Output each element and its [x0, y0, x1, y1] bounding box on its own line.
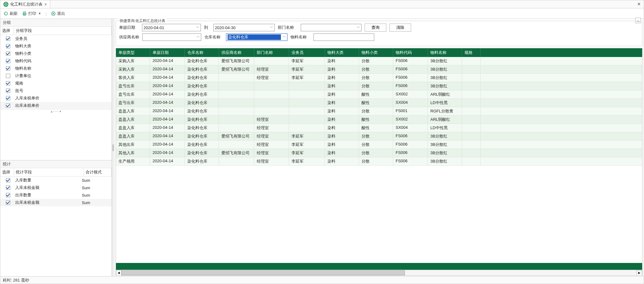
checkbox[interactable] [6, 81, 10, 85]
table-column-header[interactable]: 单据日期 [150, 48, 185, 57]
table-column-header[interactable]: 物料名称 [428, 48, 462, 57]
checkbox[interactable] [6, 103, 10, 108]
dept-select[interactable]: ﹀ [301, 24, 362, 31]
checkbox[interactable] [6, 193, 10, 197]
horizontal-splitter[interactable]: ▴ ┈┈┈ ▾ [0, 109, 112, 113]
table-row[interactable]: 盘盈入库2020-04-14染化料仓库爱招飞有限公司经理室李延军染料分散FS00… [116, 132, 642, 141]
checkbox[interactable] [6, 51, 10, 56]
checkbox[interactable] [6, 74, 10, 78]
table-cell [462, 149, 481, 157]
table-cell: 2020-04-14 [150, 107, 185, 115]
tab-close-icon[interactable]: × [44, 2, 47, 7]
checkbox[interactable] [6, 37, 10, 41]
table-cell [462, 82, 481, 90]
clear-button[interactable]: 清除 [389, 24, 411, 32]
table-column-header[interactable]: 单据类型 [116, 48, 150, 57]
table-row[interactable]: 客供入库2020-04-14染化料仓库经理室李延军染料分散FS0063B分散红 [116, 74, 642, 82]
group-field-row[interactable]: 批号 [0, 87, 112, 94]
table-row[interactable]: 采购入库2020-04-14染化料仓库爱招飞有限公司经理室李延军染料分散FS00… [116, 65, 642, 74]
table-cell: 染料 [325, 90, 359, 98]
date-from-input[interactable]: 2020-04-01 ﹀ [142, 24, 201, 31]
scroll-left-icon[interactable]: ◀ [116, 270, 122, 276]
stat-field-row[interactable]: 出库数量Sum [0, 191, 112, 199]
table-row[interactable]: 生产领用2020-04-14染化料仓库经理室李延军染料分散FS0063B分散红 [116, 157, 642, 166]
table-row[interactable]: 盘亏出库2020-04-14染化料仓库染料分散FS0063B分散红 [116, 82, 642, 90]
group-field-row[interactable]: 业务员 [0, 35, 112, 42]
table-row[interactable]: 采购入库2020-04-14染化料仓库爱招飞有限公司李延军染料分散FS0063B… [116, 57, 642, 65]
warehouse-select[interactable]: 染化料仓库 ﹀ [226, 33, 287, 41]
table-row[interactable]: 其他入库2020-04-14染化料仓库爱招飞有限公司经理室李延军染料分散FS00… [116, 149, 642, 157]
table-row[interactable]: 盘盈入库2020-04-14染化料仓库经理室染料酸性SX004LD中性黑 [116, 124, 642, 132]
table-column-header[interactable]: 物料小类 [359, 48, 393, 57]
scroll-right-icon[interactable]: ▶ [637, 270, 642, 276]
table-cell: 染料 [325, 149, 359, 157]
stat-field-row[interactable]: 出库未税金额Sum [0, 199, 112, 206]
table-cell [219, 74, 254, 82]
table-cell: 分散 [359, 157, 393, 165]
table-row[interactable]: 盘亏出库2020-04-14染化料仓库染料酸性SX004LD中性黑 [116, 99, 642, 107]
print-button[interactable]: 打印 ▼ [22, 11, 41, 16]
table-row[interactable]: 其他出库2020-04-14染化料仓库经理室李延军染料分散FS0063B分散红 [116, 141, 642, 149]
supplier-select[interactable]: ﹀ [142, 33, 201, 41]
table-cell: 分散 [359, 149, 393, 157]
checkbox[interactable] [6, 186, 10, 190]
material-input[interactable] [313, 33, 374, 41]
result-table: 单据类型单据日期仓库名称供应商名称部门名称业务员物料大类物料小类物料代码物料名称… [116, 48, 642, 276]
horizontal-scrollbar[interactable]: ◀ ▶ [116, 270, 642, 275]
checkbox[interactable] [6, 96, 10, 100]
table-cell: 2020-04-14 [150, 74, 185, 82]
group-field-row[interactable]: 规格 [0, 80, 112, 87]
checkbox[interactable] [6, 89, 10, 93]
checkbox[interactable] [6, 44, 10, 48]
table-column-header[interactable]: 部门名称 [254, 48, 289, 57]
table-row[interactable]: 盘盈入库2020-04-14染化料仓库经理室染料酸性SX002ARL弱酸红 [116, 116, 642, 124]
checkbox[interactable] [6, 178, 10, 182]
checkbox[interactable] [6, 66, 10, 71]
table-cell: 3B分散红 [428, 57, 462, 65]
search-button[interactable]: 查询 [365, 24, 386, 32]
group-field-row[interactable]: 物料小类 [0, 50, 112, 57]
group-field-row[interactable]: 物料大类 [0, 42, 112, 50]
scroll-thumb[interactable] [122, 270, 405, 275]
group-field-row[interactable]: 物料代码 [0, 57, 112, 65]
tab-bar: 化工料汇总统计表 × × [0, 0, 644, 8]
checkbox[interactable] [6, 59, 10, 63]
table-column-header[interactable]: 供应商名称 [219, 48, 254, 57]
stat-field-label: 入库未税金额 [15, 185, 81, 190]
collapse-query-button[interactable]: ︽ [635, 18, 641, 23]
stat-field-row[interactable]: 入库未税金额Sum [0, 184, 112, 191]
group-field-row[interactable]: 出库未税单价 [0, 102, 112, 109]
vertical-splitter[interactable] [112, 19, 114, 276]
table-cell: 李延军 [289, 74, 325, 82]
date-to-input[interactable]: 2020-04-30 ﹀ [213, 24, 275, 31]
print-dropdown-icon[interactable]: ▼ [38, 12, 41, 15]
exit-button[interactable]: 退出 [51, 11, 65, 16]
table-cell [219, 82, 254, 90]
table-column-header[interactable]: 物料大类 [325, 48, 359, 57]
tab-active[interactable]: 化工料汇总统计表 × [0, 0, 50, 8]
stat-field-row[interactable]: 入库数量Sum [0, 177, 112, 184]
table-cell [462, 107, 481, 115]
checkbox[interactable] [6, 200, 10, 205]
group-field-row[interactable]: 物料名称 [0, 65, 112, 72]
table-column-header[interactable]: 规格 [462, 48, 481, 57]
table-cell: 经理室 [254, 116, 289, 124]
table-row[interactable]: 盘盈入库2020-04-14染化料仓库染料分散FS001RGFL分散黄 [116, 107, 642, 116]
table-column-header[interactable]: 仓库名称 [185, 48, 219, 57]
table-cell: 客供入库 [116, 74, 150, 82]
table-body[interactable]: 采购入库2020-04-14染化料仓库爱招飞有限公司李延军染料分散FS0063B… [116, 57, 642, 263]
close-icon[interactable]: × [634, 1, 644, 7]
group-field-row[interactable]: 入库未税单价 [0, 94, 112, 102]
table-cell: 染料 [325, 132, 359, 140]
table-cell: 分散 [359, 82, 393, 90]
table-cell: 经理室 [254, 124, 289, 132]
table-column-header[interactable]: 业务员 [289, 48, 325, 57]
chevron-down-icon: ﹀ [355, 25, 360, 30]
table-cell: 染化料仓库 [185, 74, 219, 82]
table-row[interactable]: 盘亏出库2020-04-14染化料仓库染料酸性SX002ARL弱酸红 [116, 90, 642, 99]
status-bar: 耗时: 281 毫秒 [0, 276, 644, 284]
refresh-button[interactable]: 刷新 [3, 11, 18, 16]
table-column-header[interactable]: 物料代码 [393, 48, 428, 57]
group-field-row[interactable]: 计量单位 [0, 72, 112, 80]
table-cell: 李延军 [289, 141, 325, 149]
